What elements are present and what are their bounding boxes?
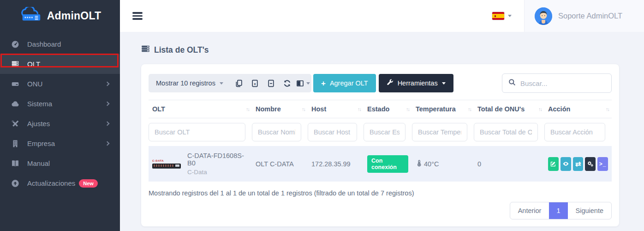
caret-down-icon (220, 82, 223, 85)
settings-button[interactable] (585, 157, 596, 171)
column-header-nombre[interactable]: Nombre↑↓ (252, 100, 308, 118)
server-icon (11, 60, 20, 68)
table-info: Mostrando registros del 1 al 1 de un tot… (149, 189, 612, 197)
table-toolbar: Mostrar 10 registros x (149, 73, 612, 93)
sidebar-item-label: ONU (27, 80, 42, 88)
column-header-total-onus[interactable]: Total de ONU's↑↓ (474, 100, 544, 118)
column-header-accion[interactable]: Acción↑↓ (544, 100, 612, 118)
content: Lista de OLT's Mostrar 10 registros x (120, 32, 644, 231)
thermometer-icon (416, 160, 423, 168)
search-input[interactable] (520, 79, 605, 87)
language-selector[interactable] (492, 12, 512, 20)
page-length-dropdown[interactable]: Mostrar 10 registros (149, 74, 231, 92)
cloud-upload-icon (11, 179, 20, 188)
view-button[interactable] (561, 157, 571, 171)
book-icon (11, 159, 20, 168)
sidebar-item-label: OLT (27, 60, 40, 68)
server-icon (141, 44, 150, 55)
pagination-previous[interactable]: Anterior (510, 202, 549, 219)
new-badge: New (79, 179, 98, 188)
caret-down-icon (306, 82, 310, 85)
filter-total-input[interactable] (474, 123, 538, 141)
menu-toggle[interactable] (132, 11, 143, 21)
pagination-page-1[interactable]: 1 (549, 202, 567, 219)
sidebar-item-actualizaciones[interactable]: Actualizaciones New (0, 173, 120, 193)
user-menu[interactable]: Soporte AdminOLT (524, 0, 644, 32)
olt-host: 172.28.35.99 (308, 146, 364, 182)
column-header-olt[interactable]: OLT↑↓ (149, 100, 252, 118)
column-header-temperatura[interactable]: Temperatura↑↓ (412, 100, 474, 118)
sort-icon[interactable]: ↑↓ (468, 106, 471, 112)
sidebar: AdminOLT Dashboard OLT ONU Siste (0, 0, 120, 231)
add-olt-button[interactable]: + Agregar OLT (313, 74, 376, 92)
olt-temperatura: 40°C (424, 160, 439, 168)
sort-icon[interactable]: ↑↓ (606, 106, 609, 112)
exchange-button[interactable]: ⇄ (573, 157, 584, 171)
gauge-icon (11, 40, 20, 49)
filter-temperatura-input[interactable] (412, 123, 467, 141)
sidebar-item-label: Empresa (27, 140, 55, 147)
chevron-right-icon (105, 82, 110, 86)
plus-icon: + (321, 79, 326, 87)
tools-dropdown-button[interactable]: Herramientas (379, 74, 453, 92)
filter-nombre-input[interactable] (252, 123, 301, 141)
olt-total-onus: 0 (474, 146, 544, 182)
cloud-icon (11, 100, 20, 108)
tools-icon (11, 120, 20, 128)
tools-label: Herramientas (398, 79, 438, 87)
sidebar-item-manual[interactable]: Manual (0, 153, 120, 173)
page-length-label: Mostrar 10 registros (156, 79, 215, 87)
filter-estado-input[interactable] (364, 123, 405, 141)
add-olt-label: Agregar OLT (330, 79, 368, 87)
olt-table: OLT↑↓ Nombre↑↓ Host↑↓ Estado↑↓ Temperatu… (149, 100, 612, 182)
sidebar-item-label: Dashboard (27, 40, 61, 48)
olt-model: C-DATA-FD1608S-B0 (187, 152, 248, 167)
sidebar-item-dashboard[interactable]: Dashboard (0, 34, 120, 54)
cloud-device-logo-icon (19, 7, 43, 25)
sort-icon[interactable]: ↑↓ (302, 106, 305, 112)
column-header-host[interactable]: Host↑↓ (308, 100, 364, 118)
sidebar-menu: Dashboard OLT ONU Sistema (0, 32, 120, 193)
filter-olt-input[interactable] (149, 123, 245, 141)
sort-icon[interactable]: ↑↓ (358, 106, 361, 112)
caret-down-icon (442, 82, 446, 85)
pagination: Anterior 1 Siguiente (149, 202, 612, 219)
device-icon (11, 80, 20, 88)
sort-icon[interactable]: ↑↓ (246, 106, 249, 112)
brand-logo[interactable]: AdminOLT (0, 0, 120, 32)
topbar: Soporte AdminOLT (120, 0, 644, 32)
avatar (535, 7, 552, 25)
sidebar-item-olt[interactable]: OLT (0, 54, 120, 74)
chevron-right-icon (105, 102, 110, 106)
pagination-next[interactable]: Siguiente (568, 202, 611, 219)
sort-icon[interactable]: ↑↓ (406, 106, 409, 112)
olt-nombre: OLT C-DATA (252, 146, 308, 182)
export-file-button[interactable] (263, 74, 279, 92)
filter-accion-input[interactable] (544, 123, 605, 141)
edit-button[interactable] (548, 157, 559, 171)
sidebar-item-sistema[interactable]: Sistema (0, 94, 120, 114)
sidebar-item-onu[interactable]: ONU (0, 74, 120, 94)
filter-host-input[interactable] (308, 123, 357, 141)
sidebar-item-ajustes[interactable]: Ajustes (0, 114, 120, 134)
brand-name: AdminOLT (47, 10, 101, 22)
filter-row (149, 118, 612, 146)
column-header-estado[interactable]: Estado↑↓ (364, 100, 412, 118)
copy-button[interactable] (231, 74, 247, 92)
sidebar-item-label: Sistema (27, 100, 52, 108)
topbar-right: Soporte AdminOLT (492, 0, 644, 32)
search-icon (508, 79, 516, 88)
olt-list-card: Mostrar 10 registros x (141, 64, 619, 226)
table-search[interactable] (502, 73, 612, 93)
building-icon (11, 140, 20, 148)
sidebar-item-label: Manual (27, 159, 50, 167)
sidebar-item-label: Actualizaciones (27, 179, 75, 187)
terminal-button[interactable]: >_ (597, 157, 608, 171)
column-visibility-button[interactable] (295, 74, 311, 92)
sort-icon[interactable]: ↑↓ (538, 106, 542, 112)
export-excel-button[interactable]: x (247, 74, 263, 92)
refresh-icon[interactable] (279, 74, 295, 92)
caret-down-icon (508, 15, 512, 17)
sidebar-item-empresa[interactable]: Empresa (0, 134, 120, 153)
chevron-right-icon (105, 141, 110, 146)
